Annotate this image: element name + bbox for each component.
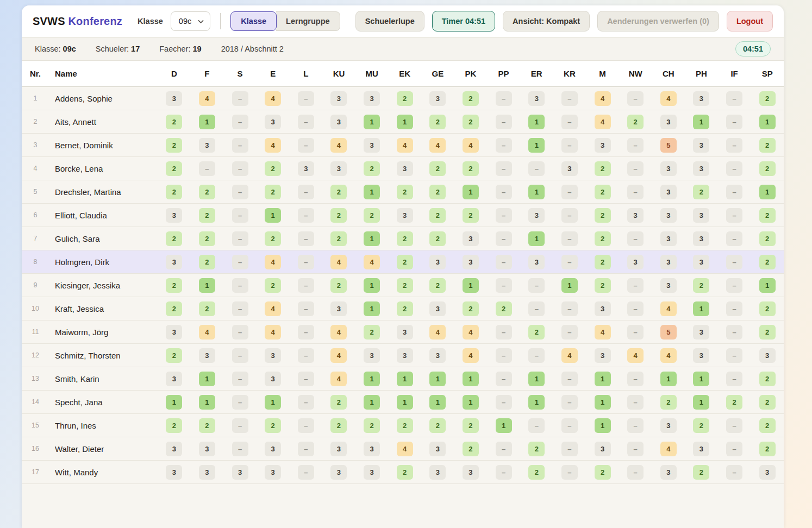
grade-badge[interactable]: 1	[199, 115, 215, 129]
grade-badge[interactable]: –	[298, 185, 314, 199]
grade-badge[interactable]: 2	[463, 208, 479, 223]
grade-badge[interactable]: 2	[463, 418, 479, 433]
grade-badge[interactable]: –	[726, 465, 742, 480]
grade-badge[interactable]: –	[561, 91, 578, 106]
grade-badge[interactable]: –	[528, 348, 545, 363]
grade-badge[interactable]: 1	[397, 372, 413, 386]
grade-badge[interactable]: –	[232, 231, 248, 246]
grade-badge[interactable]: 4	[265, 91, 281, 106]
grade-badge[interactable]: –	[496, 138, 512, 153]
grade-badge[interactable]: 1	[693, 115, 709, 129]
table-row[interactable]: 5Drechsler, Martina22–2–21221–1–2–32–1	[22, 180, 784, 204]
grade-badge[interactable]: 1	[199, 372, 215, 386]
grade-badge[interactable]: –	[528, 301, 545, 316]
grade-badge[interactable]: –	[627, 325, 644, 340]
grade-badge[interactable]: 2	[330, 278, 347, 293]
grade-badge[interactable]: 2	[595, 161, 611, 176]
table-row[interactable]: 6Elliott, Claudia32–1–22322–3–2333–2	[22, 204, 784, 227]
timer-button[interactable]: Timer 04:51	[432, 11, 495, 32]
grade-badge[interactable]: –	[627, 278, 644, 293]
grade-badge[interactable]: 4	[364, 255, 380, 269]
grade-badge[interactable]: 3	[429, 301, 446, 316]
grade-badge[interactable]: 2	[166, 138, 182, 153]
grade-badge[interactable]: 3	[693, 348, 709, 363]
grade-badge[interactable]: 2	[528, 442, 545, 456]
grade-badge[interactable]: 1	[397, 115, 413, 129]
grade-badge[interactable]: 3	[166, 325, 182, 340]
grade-badge[interactable]: 2	[397, 278, 413, 293]
grade-badge[interactable]: 2	[528, 325, 545, 340]
grade-badge[interactable]: 1	[561, 278, 578, 293]
grade-badge[interactable]: 1	[528, 138, 545, 153]
grade-badge[interactable]: 3	[298, 161, 314, 176]
grade-badge[interactable]: 1	[759, 278, 776, 293]
grade-badge[interactable]: 4	[265, 301, 281, 316]
table-row[interactable]: 9Kiesinger, Jessika21–2–21221––12–32–1	[22, 274, 784, 297]
grade-badge[interactable]: –	[298, 325, 314, 340]
grade-badge[interactable]: 4	[595, 115, 611, 129]
grade-badge[interactable]: 1	[364, 278, 380, 293]
grade-badge[interactable]: –	[561, 372, 578, 386]
grade-badge[interactable]: 3	[166, 255, 182, 269]
grade-badge[interactable]: 1	[528, 231, 545, 246]
grade-badge[interactable]: 1	[463, 278, 479, 293]
grade-badge[interactable]: 3	[232, 465, 248, 480]
grade-badge[interactable]: 3	[693, 161, 709, 176]
grade-badge[interactable]: 4	[330, 255, 347, 269]
grade-badge[interactable]: –	[561, 138, 578, 153]
grade-badge[interactable]: 2	[265, 185, 281, 199]
grade-badge[interactable]: –	[726, 372, 742, 386]
grade-badge[interactable]: 1	[265, 208, 281, 223]
grade-badge[interactable]: –	[298, 208, 314, 223]
grade-badge[interactable]: 3	[364, 465, 380, 480]
grade-badge[interactable]: 4	[265, 138, 281, 153]
grade-badge[interactable]: –	[726, 138, 742, 153]
grade-badge[interactable]: 2	[759, 208, 776, 223]
grade-badge[interactable]: 4	[330, 325, 347, 340]
grade-badge[interactable]: 3	[429, 442, 446, 456]
grade-badge[interactable]: 1	[364, 301, 380, 316]
grade-badge[interactable]: –	[528, 278, 545, 293]
grade-badge[interactable]: –	[232, 138, 248, 153]
grade-badge[interactable]: –	[496, 325, 512, 340]
grade-badge[interactable]: –	[232, 301, 248, 316]
table-row[interactable]: 17Witt, Mandy3333–33233–2–2–32–3	[22, 461, 784, 484]
grade-badge[interactable]: 2	[693, 418, 709, 433]
grade-badge[interactable]: –	[561, 442, 578, 456]
grade-badge[interactable]: –	[627, 395, 644, 410]
grade-badge[interactable]: 2	[759, 418, 776, 433]
grade-badge[interactable]: 2	[330, 185, 347, 199]
grade-badge[interactable]: –	[232, 208, 248, 223]
grade-badge[interactable]: 2	[364, 208, 380, 223]
grade-badge[interactable]: 3	[693, 231, 709, 246]
grade-badge[interactable]: –	[561, 301, 578, 316]
grade-badge[interactable]: 2	[759, 301, 776, 316]
grade-badge[interactable]: 2	[759, 91, 776, 106]
view-toggle-klasse[interactable]: Klasse	[230, 11, 277, 31]
grade-badge[interactable]: 3	[330, 91, 347, 106]
grade-badge[interactable]: 1	[660, 372, 677, 386]
grade-badge[interactable]: 1	[364, 115, 380, 129]
grade-badge[interactable]: 2	[166, 418, 182, 433]
grade-badge[interactable]: 3	[693, 255, 709, 269]
grade-badge[interactable]: –	[561, 325, 578, 340]
grade-badge[interactable]: 3	[528, 91, 545, 106]
grade-badge[interactable]: 4	[330, 138, 347, 153]
grade-badge[interactable]: 2	[693, 278, 709, 293]
grade-badge[interactable]: 2	[759, 255, 776, 269]
grade-badge[interactable]: –	[496, 208, 512, 223]
grade-badge[interactable]: –	[232, 161, 248, 176]
grade-badge[interactable]: 1	[463, 395, 479, 410]
grade-badge[interactable]: 1	[528, 395, 545, 410]
grade-badge[interactable]: 1	[595, 418, 611, 433]
grade-badge[interactable]: 2	[265, 231, 281, 246]
grade-badge[interactable]: 2	[199, 185, 215, 199]
grade-badge[interactable]: 1	[397, 395, 413, 410]
grade-badge[interactable]: 3	[627, 208, 644, 223]
grade-badge[interactable]: 3	[166, 208, 182, 223]
grade-badge[interactable]: 1	[496, 418, 512, 433]
table-row[interactable]: 16Walter, Dieter33–3–33432–2–3–43–2	[22, 437, 784, 461]
grade-badge[interactable]: 2	[595, 185, 611, 199]
grade-badge[interactable]: 3	[397, 161, 413, 176]
grade-badge[interactable]: 2	[429, 278, 446, 293]
